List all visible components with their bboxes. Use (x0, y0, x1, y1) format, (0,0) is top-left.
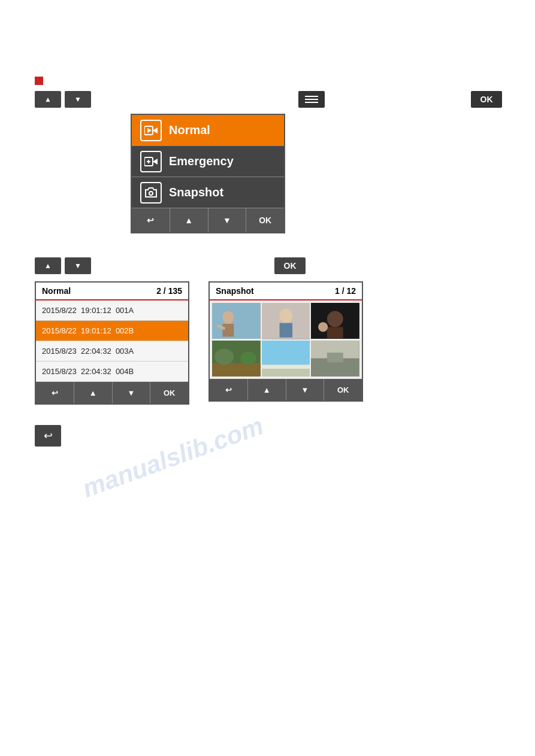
file-list-up-button[interactable]: ▲ (74, 382, 113, 403)
file-list-header: Normal 2 / 135 (36, 283, 188, 300)
menu-item-snapshot-label: Snapshot (169, 186, 223, 199)
snapshot-thumb[interactable] (262, 341, 310, 377)
svg-point-18 (318, 322, 328, 332)
watermark: manualslib.com (78, 411, 267, 503)
nav-arrows-bottom: ▲ ▼ (35, 257, 91, 274)
list-icon (305, 96, 318, 103)
snapshot-thumb[interactable] (212, 303, 261, 339)
file-list-row[interactable]: 2015/8/23 22:04:32 003A (36, 341, 188, 362)
menu-up-button[interactable]: ▲ (170, 208, 208, 232)
file-list-row[interactable]: 2015/8/22 19:01:12 001A (36, 300, 188, 321)
snapshot-thumb[interactable] (311, 341, 359, 377)
back-button[interactable]: ↩ (35, 425, 61, 447)
ok-button-top[interactable]: OK (471, 91, 502, 108)
menu-item-snapshot[interactable]: Snapshot (132, 177, 284, 208)
menu-item-normal-label: Normal (169, 123, 210, 137)
file-list-back-button[interactable]: ↩ (36, 382, 74, 403)
menu-down-button[interactable]: ▼ (208, 208, 247, 232)
snapshot-count: 1 / 12 (335, 286, 356, 296)
nav-arrows-top: ▲ ▼ (35, 91, 91, 108)
menu-bottom-bar: ↩ ▲ ▼ OK (132, 208, 284, 232)
file-list-ok-button[interactable]: OK (150, 382, 188, 403)
file-list-bottom-bar: ↩ ▲ ▼ OK (36, 382, 188, 403)
svg-marker-4 (153, 159, 158, 165)
snapshot-up-button[interactable]: ▲ (248, 379, 286, 400)
svg-point-7 (149, 192, 153, 195)
snapshot-back-button[interactable]: ↩ (210, 379, 248, 400)
file-list-count: 2 / 135 (156, 286, 182, 296)
svg-rect-14 (279, 323, 292, 338)
file-list-title: Normal (42, 286, 71, 296)
svg-point-21 (214, 348, 234, 365)
ok-button-bottom[interactable]: OK (274, 257, 306, 274)
svg-rect-28 (327, 353, 343, 362)
back-icon: ↩ (44, 429, 53, 442)
camera-icon (140, 182, 162, 204)
nav-up-button-top[interactable]: ▲ (35, 91, 61, 108)
nav-down-button-top[interactable]: ▼ (65, 91, 91, 108)
snapshot-header: Snapshot 1 / 12 (210, 283, 362, 300)
file-list-down-button[interactable]: ▼ (113, 382, 151, 403)
snapshot-thumb[interactable] (262, 303, 310, 339)
svg-marker-2 (147, 128, 152, 133)
svg-rect-20 (212, 363, 261, 377)
snapshot-thumb[interactable] (311, 303, 359, 339)
svg-rect-25 (262, 369, 310, 377)
menu-list-icon-button[interactable] (298, 91, 325, 108)
file-type-menu: Normal Emergency Snapshot (131, 114, 285, 233)
nav-down-button-bottom[interactable]: ▼ (65, 257, 91, 274)
svg-rect-10 (222, 324, 234, 337)
menu-item-normal[interactable]: Normal (132, 115, 284, 146)
snapshot-title: Snapshot (216, 286, 254, 296)
menu-item-emergency-label: Emergency (169, 154, 234, 168)
snapshot-thumb[interactable] (212, 341, 261, 377)
svg-point-9 (222, 311, 234, 324)
section-back: ↩ (35, 425, 61, 447)
snapshot-ok-button[interactable]: OK (324, 379, 362, 400)
snapshot-bottom-bar: ↩ ▲ ▼ OK (210, 379, 362, 400)
snapshot-grid (210, 300, 362, 379)
svg-point-13 (279, 308, 292, 323)
red-indicator (35, 77, 43, 85)
normal-file-list: Normal 2 / 135 2015/8/22 19:01:12 001A 2… (35, 281, 189, 405)
svg-rect-8 (212, 303, 261, 339)
snapshot-panel: Snapshot 1 / 12 (208, 281, 363, 402)
svg-rect-17 (327, 327, 343, 338)
svg-point-16 (327, 311, 343, 327)
menu-back-button[interactable]: ↩ (132, 208, 170, 232)
video-plus-icon (140, 151, 162, 172)
file-list-row[interactable]: 2015/8/22 19:01:12 002B (36, 321, 188, 341)
svg-marker-1 (153, 127, 158, 133)
nav-up-button-bottom[interactable]: ▲ (35, 257, 61, 274)
menu-item-emergency[interactable]: Emergency (132, 146, 284, 177)
svg-point-22 (240, 351, 256, 365)
menu-ok-button[interactable]: OK (246, 208, 284, 232)
video-play-icon (140, 120, 162, 141)
file-list-row[interactable]: 2015/8/23 22:04:32 004B (36, 362, 188, 382)
snapshot-down-button[interactable]: ▼ (286, 379, 325, 400)
